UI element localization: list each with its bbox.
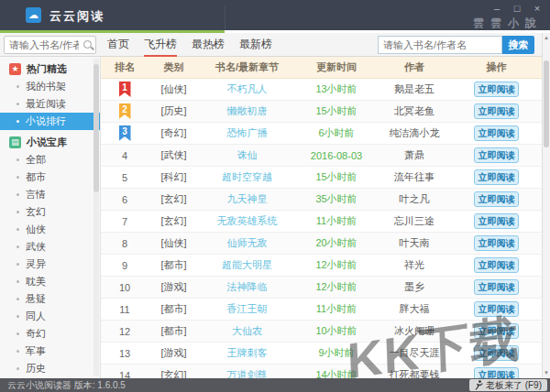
bullet-icon (16, 367, 19, 370)
window-controls: – □ × (490, 2, 544, 15)
book-title-link[interactable]: 诛仙 (237, 149, 258, 160)
read-now-button[interactable]: 立即阅读 (474, 257, 519, 273)
book-title-link[interactable]: 法神降临 (227, 281, 268, 292)
table-row[interactable]: 11 [都市] 香江王朝 11小时前 胖大福 立即阅读 (101, 299, 542, 321)
book-title-link[interactable]: 香江王朝 (227, 303, 268, 314)
book-author: 冰火阑珊 (378, 321, 451, 343)
sidebar-item-novel-ranking[interactable]: 小说排行 (0, 113, 100, 130)
read-now-button[interactable]: 立即阅读 (474, 345, 519, 361)
table-row[interactable]: 5 [科幻] 超时空穿越 15小时前 流年往事 立即阅读 (101, 167, 542, 189)
read-now-button[interactable]: 立即阅读 (474, 301, 519, 317)
book-author: 打死都要钱 (378, 365, 451, 379)
scroll-up-icon[interactable]: ▲ (543, 33, 550, 43)
sidebar-item-military[interactable]: 军事 (0, 343, 100, 360)
sidebar-search-input[interactable] (4, 36, 96, 54)
book-title-link[interactable]: 万道剑尊 (227, 369, 268, 378)
book-category: [都市] (148, 255, 199, 277)
read-now-button[interactable]: 立即阅读 (474, 169, 519, 185)
sidebar-item-suspense[interactable]: 悬疑 (0, 290, 100, 308)
book-title-link[interactable]: 不朽凡人 (227, 83, 268, 94)
book-author: 鹅是老五 (378, 79, 451, 101)
main-search-input[interactable] (378, 36, 502, 54)
bullet-icon (16, 332, 19, 335)
update-time: 20小时前 (295, 233, 378, 255)
table-row[interactable]: 4 [武侠] 诛仙 2016-08-03 萧鼎 立即阅读 (101, 145, 542, 167)
update-time: 12小时前 (295, 277, 378, 299)
read-now-button[interactable]: 立即阅读 (474, 323, 519, 339)
maximize-button[interactable]: □ (510, 2, 524, 15)
read-now-button[interactable]: 立即阅读 (474, 147, 519, 163)
table-row[interactable]: 1 [仙侠] 不朽凡人 13小时前 鹅是老五 立即阅读 (101, 79, 542, 101)
tab-home[interactable]: 首页 (107, 33, 129, 57)
book-title-link[interactable]: 无敌英雄系统 (217, 215, 278, 226)
sidebar-scrollbar-thumb[interactable] (94, 64, 99, 192)
table-row[interactable]: 10 [游戏] 法神降临 12小时前 墨乡 立即阅读 (101, 277, 542, 299)
sidebar-item-urban[interactable]: 都市 (0, 169, 100, 186)
read-now-button[interactable]: 立即阅读 (474, 125, 519, 141)
table-row[interactable]: 3 [奇幻] 恐怖广播 6小时前 纯洁滴小龙 立即阅读 (101, 123, 542, 145)
bullet-icon (16, 158, 19, 161)
search-icon[interactable] (83, 40, 92, 49)
close-button[interactable]: × (530, 2, 544, 15)
book-category: [奇幻] (148, 123, 199, 145)
book-title-link[interactable]: 懒散初唐 (227, 105, 268, 116)
sidebar-item-supernatural[interactable]: 灵异 (0, 256, 100, 273)
book-title-link[interactable]: 王牌刺客 (227, 347, 268, 358)
sidebar-item-xianxia[interactable]: 仙侠 (0, 221, 100, 238)
read-now-button[interactable]: 立即阅读 (474, 191, 519, 207)
book-title-link[interactable]: 大仙农 (232, 325, 262, 336)
sidebar-item-qihuan[interactable]: 奇幻 (0, 325, 100, 343)
read-now-button[interactable]: 立即阅读 (474, 103, 519, 119)
book-author: 叶天南 (378, 233, 451, 255)
table-row[interactable]: 2 [历史] 懒散初唐 15小时前 北冥老鱼 立即阅读 (101, 101, 542, 123)
book-title-link[interactable]: 九天神皇 (227, 193, 268, 204)
col-header-action: 操作 (451, 57, 542, 79)
ranking-table-area: 排名 类别 书名/最新章节 更新时间 作者 操作 1 [仙侠] 不朽凡人 13小… (101, 57, 542, 378)
bullet-icon (16, 85, 19, 88)
tab-newest-rank[interactable]: 最新榜 (239, 33, 272, 57)
sidebar-item-bookshelf[interactable]: 我的书架 (0, 78, 100, 95)
table-row[interactable]: 7 [玄幻] 无敌英雄系统 11小时前 忘川三途 立即阅读 (101, 211, 542, 233)
main-scrollbar-thumb[interactable] (544, 60, 549, 147)
app-icon: ☁ (26, 7, 41, 23)
sidebar-item-recent-reads[interactable]: 最近阅读 (0, 95, 100, 113)
sidebar-item-fanfic[interactable]: 同人 (0, 308, 100, 325)
book-title-link[interactable]: 超时空穿越 (222, 171, 272, 182)
rank-number: 5 (101, 167, 148, 189)
book-title-link[interactable]: 仙师无敌 (227, 237, 268, 248)
scroll-down-icon[interactable]: ▼ (543, 368, 550, 378)
sidebar-scrollbar[interactable] (94, 59, 99, 376)
update-time: 6小时前 (295, 123, 378, 145)
bullet-icon (16, 211, 19, 213)
book-title-link[interactable]: 超能大明星 (222, 259, 272, 270)
table-row[interactable]: 9 [都市] 超能大明星 12小时前 祥光 立即阅读 (101, 255, 542, 277)
boss-key-button[interactable]: 老板来了 (F9) (469, 379, 547, 391)
read-now-button[interactable]: 立即阅读 (474, 213, 519, 229)
table-row[interactable]: 12 [都市] 大仙农 10小时前 冰火阑珊 立即阅读 (101, 321, 542, 343)
sidebar-item-danmei[interactable]: 耽美 (0, 273, 100, 290)
table-row[interactable]: 14 [玄幻] 万道剑尊 14小时前 打死都要钱 立即阅读 (101, 365, 542, 379)
main-scrollbar[interactable]: ▲ ▼ (542, 33, 550, 378)
sidebar-item-all[interactable]: 全部 (0, 151, 100, 169)
read-now-button[interactable]: 立即阅读 (474, 367, 519, 378)
book-author: 祥光 (378, 255, 451, 277)
sidebar-item-wuxia[interactable]: 武侠 (0, 238, 100, 256)
minimize-button[interactable]: – (490, 2, 504, 15)
tab-rising-rank[interactable]: 飞升榜 (144, 33, 177, 57)
tab-hottest-rank[interactable]: 最热榜 (192, 33, 225, 57)
table-row[interactable]: 6 [玄幻] 九天神皇 35小时前 叶之凡 立即阅读 (101, 189, 542, 211)
table-row[interactable]: 13 [游戏] 王牌刺客 9小时前 一目尽天涯 立即阅读 (101, 343, 542, 365)
rank-badge: 3 (119, 125, 131, 141)
sidebar-item-history[interactable]: 历史 (0, 360, 100, 377)
sidebar-item-romance[interactable]: 言情 (0, 186, 100, 203)
read-now-button[interactable]: 立即阅读 (474, 279, 519, 295)
book-title-link[interactable]: 恐怖广播 (227, 127, 268, 138)
book-category: [玄幻] (148, 189, 199, 211)
update-time: 10小时前 (295, 321, 378, 343)
sidebar-item-fantasy[interactable]: 玄幻 (0, 203, 100, 221)
read-now-button[interactable]: 立即阅读 (474, 235, 519, 251)
table-row[interactable]: 8 [仙侠] 仙师无敌 20小时前 叶天南 立即阅读 (101, 233, 542, 255)
bullet-icon (16, 176, 19, 179)
read-now-button[interactable]: 立即阅读 (474, 82, 519, 97)
search-button[interactable]: 搜索 (502, 36, 534, 54)
